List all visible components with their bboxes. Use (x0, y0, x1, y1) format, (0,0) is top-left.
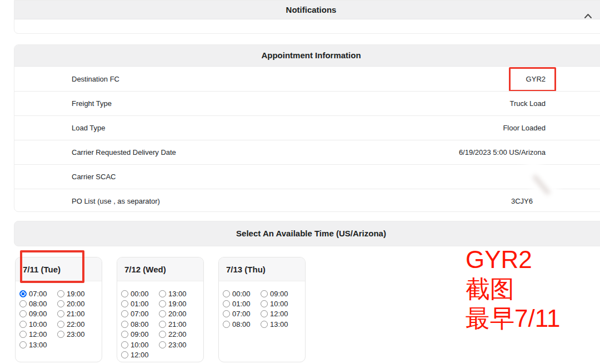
notifications-panel: Notifications (14, 0, 600, 34)
time-column: 09:0010:0012:0013:00 (261, 289, 288, 330)
time-label: 00:00 (232, 290, 251, 298)
time-column: 00:0001:0007:0008:0009:0010:0012:00 (121, 289, 158, 360)
time-option[interactable]: 09:00 (121, 330, 158, 340)
time-option[interactable]: 00:00 (121, 289, 158, 299)
time-option[interactable]: 00:00 (223, 289, 259, 299)
time-option[interactable]: 20:00 (159, 309, 187, 319)
radio-icon[interactable] (223, 310, 230, 317)
time-option[interactable]: 10:00 (121, 340, 158, 350)
radio-icon[interactable] (121, 310, 128, 317)
time-option[interactable]: 23:00 (159, 340, 187, 350)
time-option[interactable]: 09:00 (261, 289, 288, 299)
table-row: Carrier SCAC (14, 164, 600, 189)
radio-icon[interactable] (261, 321, 268, 328)
radio-icon[interactable] (159, 310, 166, 317)
time-label: 08:00 (131, 320, 149, 328)
radio-icon[interactable] (159, 321, 166, 328)
time-option[interactable]: 08:00 (223, 319, 259, 329)
time-option[interactable]: 07:00 (121, 309, 158, 319)
radio-icon[interactable] (19, 331, 27, 338)
annotation-line: GYR2 (466, 245, 560, 274)
row-value: GYR2 (526, 75, 600, 83)
time-option[interactable]: 13:00 (159, 289, 187, 299)
row-value: 3CJY6 (511, 197, 600, 205)
time-option[interactable]: 21:00 (159, 319, 187, 329)
time-option[interactable]: 07:00 (223, 309, 259, 319)
row-label: Carrier Requested Delivery Date (14, 148, 176, 156)
time-option[interactable]: 08:00 (121, 319, 158, 329)
time-label: 01:00 (131, 300, 149, 308)
time-option[interactable]: 22:00 (57, 319, 85, 329)
time-option[interactable]: 12:00 (121, 350, 158, 360)
time-slot-list: 00:0001:0007:0008:0009:0010:0012:0013:00 (219, 281, 305, 330)
radio-icon[interactable] (19, 321, 27, 328)
time-label: 19:00 (168, 300, 187, 308)
appointment-info-panel: Appointment Information Destination FC G… (14, 44, 600, 212)
appointment-info-header: Appointment Information (14, 45, 600, 67)
time-slot-list: 00:0001:0007:0008:0009:0010:0012:0013:00… (117, 281, 203, 360)
time-label: 10:00 (131, 341, 149, 349)
radio-icon[interactable] (121, 331, 128, 338)
time-option[interactable]: 12:00 (19, 330, 56, 340)
day-card-7-11: 7/11 (Tue) 07:0008:0009:0010:0012:0013:0… (15, 257, 102, 362)
time-option[interactable]: 19:00 (57, 289, 85, 299)
radio-icon[interactable] (57, 310, 64, 317)
appointment-info-title: Appointment Information (261, 50, 361, 60)
radio-icon[interactable] (19, 341, 27, 348)
time-option[interactable]: 07:00 (19, 289, 56, 299)
time-option[interactable]: 13:00 (19, 340, 56, 350)
time-option[interactable]: 01:00 (121, 299, 158, 309)
radio-icon[interactable] (57, 331, 64, 338)
time-label: 20:00 (168, 310, 187, 318)
radio-icon[interactable] (261, 300, 268, 307)
time-column: 00:0001:0007:0008:00 (223, 289, 259, 330)
time-option[interactable]: 20:00 (57, 299, 85, 309)
time-label: 10:00 (270, 300, 288, 308)
radio-icon[interactable] (223, 300, 230, 307)
radio-icon[interactable] (223, 290, 230, 297)
time-option[interactable]: 10:00 (261, 299, 288, 309)
radio-icon[interactable] (57, 321, 64, 328)
radio-icon[interactable] (261, 310, 268, 317)
time-label: 07:00 (29, 290, 47, 298)
radio-icon[interactable] (223, 321, 230, 328)
radio-icon[interactable] (57, 300, 64, 307)
table-row: Load Type Floor Loaded (14, 115, 600, 140)
chevron-up-icon[interactable] (584, 7, 592, 25)
radio-icon[interactable] (19, 300, 27, 307)
radio-icon[interactable] (19, 310, 27, 317)
row-label: Freight Type (14, 99, 112, 108)
time-option[interactable]: 19:00 (159, 299, 187, 309)
time-option[interactable]: 13:00 (261, 319, 288, 329)
annotation-line: 截图 (466, 274, 560, 304)
radio-selected-icon[interactable] (19, 290, 27, 297)
radio-icon[interactable] (121, 341, 128, 348)
radio-icon[interactable] (121, 300, 128, 307)
radio-icon[interactable] (57, 290, 64, 297)
time-option[interactable]: 01:00 (223, 299, 259, 309)
time-label: 07:00 (232, 310, 251, 318)
time-option[interactable]: 08:00 (19, 299, 56, 309)
time-label: 09:00 (29, 310, 47, 318)
radio-icon[interactable] (159, 331, 166, 338)
radio-icon[interactable] (159, 290, 166, 297)
time-option[interactable]: 21:00 (57, 309, 85, 319)
radio-icon[interactable] (121, 321, 128, 328)
time-option[interactable]: 10:00 (19, 319, 56, 329)
time-option[interactable]: 22:00 (159, 330, 187, 340)
radio-icon[interactable] (159, 341, 166, 348)
radio-icon[interactable] (159, 300, 166, 307)
time-option[interactable]: 12:00 (261, 309, 288, 319)
time-option[interactable]: 23:00 (57, 330, 85, 340)
radio-icon[interactable] (261, 290, 268, 297)
time-label: 22:00 (168, 330, 187, 338)
radio-icon[interactable] (121, 290, 128, 297)
time-label: 09:00 (270, 290, 288, 298)
notifications-body (14, 19, 600, 34)
radio-icon[interactable] (121, 351, 128, 358)
time-column: 07:0008:0009:0010:0012:0013:00 (19, 289, 56, 350)
notifications-header[interactable]: Notifications (14, 1, 600, 19)
time-label: 19:00 (67, 290, 85, 298)
time-option[interactable]: 09:00 (19, 309, 56, 319)
time-label: 01:00 (232, 300, 251, 308)
